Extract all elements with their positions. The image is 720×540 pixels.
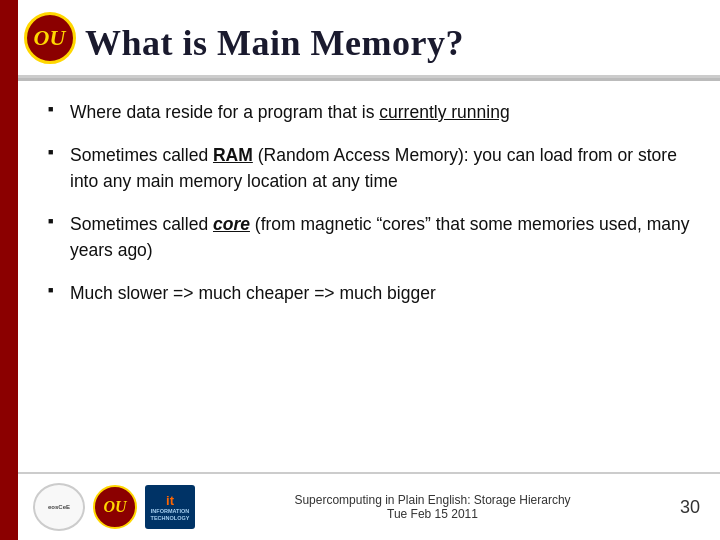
bullet-2-before: Sometimes called bbox=[70, 145, 213, 165]
slide: OU What is Main Memory? Where data resid… bbox=[0, 0, 720, 540]
bullet-text-1: Where data reside for a program that is … bbox=[70, 100, 690, 125]
bullet-2-special: RAM bbox=[213, 145, 253, 165]
eoscee-text: eosCeE bbox=[46, 502, 72, 513]
content-area: Where data reside for a program that is … bbox=[18, 82, 720, 470]
bullet-1-before: Where data reside for a program that is bbox=[70, 102, 379, 122]
bullet-3-special: core bbox=[213, 214, 250, 234]
bullet-1-special: currently running bbox=[379, 102, 509, 122]
bullet-dot-2 bbox=[48, 145, 70, 160]
bullet-dot-3 bbox=[48, 214, 70, 229]
eoscee-logo: eosCeE bbox=[33, 483, 85, 531]
bullet-4-text: Much slower => much cheaper => much bigg… bbox=[70, 283, 436, 303]
title-area: What is Main Memory? bbox=[85, 10, 710, 75]
footer-center: Supercomputing in Plain English: Storage… bbox=[195, 493, 670, 521]
bullet-3-before: Sometimes called bbox=[70, 214, 213, 234]
title-separator bbox=[18, 78, 720, 81]
footer-page-number: 30 bbox=[670, 497, 700, 518]
left-accent-bar bbox=[0, 0, 18, 540]
bullet-dot-4 bbox=[48, 283, 70, 298]
bullet-item-3: Sometimes called core (from magnetic “co… bbox=[48, 212, 690, 263]
bullet-item-2: Sometimes called RAM (Random Access Memo… bbox=[48, 143, 690, 194]
footer-date: Tue Feb 15 2011 bbox=[195, 507, 670, 521]
footer-logos: eosCeE OU it INFORMATION TECHNOLOGY bbox=[33, 483, 195, 531]
footer-presentation-title: Supercomputing in Plain English: Storage… bbox=[195, 493, 670, 507]
bullet-list: Where data reside for a program that is … bbox=[48, 100, 690, 306]
bullet-item-4: Much slower => much cheaper => much bigg… bbox=[48, 281, 690, 306]
bullet-text-4: Much slower => much cheaper => much bigg… bbox=[70, 281, 690, 306]
slide-title: What is Main Memory? bbox=[85, 22, 464, 64]
bullet-text-3: Sometimes called core (from magnetic “co… bbox=[70, 212, 690, 263]
ou-circle-logo: OU bbox=[24, 12, 76, 64]
footer: eosCeE OU it INFORMATION TECHNOLOGY Supe… bbox=[18, 472, 720, 540]
bullet-text-2: Sometimes called RAM (Random Access Memo… bbox=[70, 143, 690, 194]
bullet-item-1: Where data reside for a program that is … bbox=[48, 100, 690, 125]
ou-logo-top: OU bbox=[22, 8, 77, 68]
it-logo: it INFORMATION TECHNOLOGY bbox=[145, 485, 195, 529]
ou-logo-footer: OU bbox=[93, 485, 137, 529]
bullet-dot-1 bbox=[48, 102, 70, 117]
